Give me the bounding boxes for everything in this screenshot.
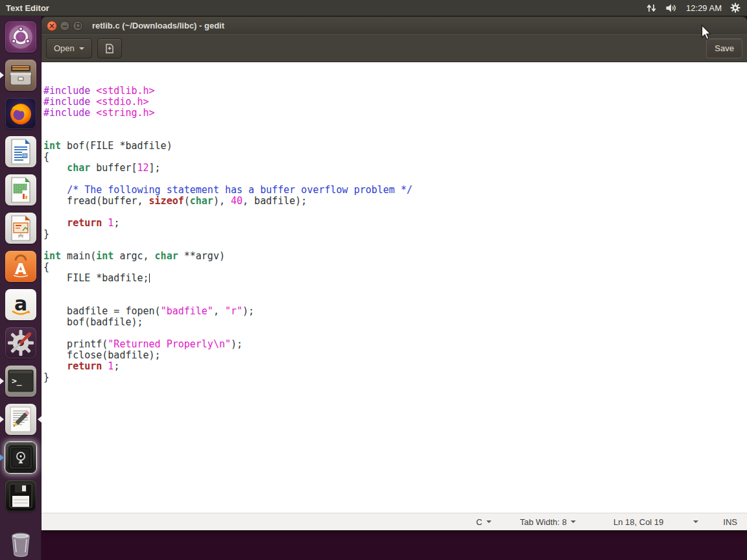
running-indicator-arrow xyxy=(0,454,4,461)
statusbar-dropdown[interactable] xyxy=(693,520,698,523)
open-button-label: Open xyxy=(54,43,75,53)
code-line: { xyxy=(43,262,747,273)
language-selector[interactable]: C xyxy=(476,517,491,527)
maximize-button[interactable] xyxy=(73,21,83,31)
floppy-disk-icon xyxy=(5,480,36,511)
tab-width-label: Tab Width: 8 xyxy=(520,517,567,527)
code-line xyxy=(43,130,747,141)
impress-presentation-icon xyxy=(5,213,36,244)
launcher-item-text-editor[interactable] xyxy=(5,404,36,435)
clock[interactable]: 12:29 AM xyxy=(686,3,722,13)
focused-indicator-arrow xyxy=(38,416,42,423)
launcher-item-system-settings[interactable] xyxy=(5,327,36,358)
svg-text:>_: >_ xyxy=(12,376,22,386)
mouse-cursor xyxy=(701,25,711,40)
launcher-item-trash[interactable] xyxy=(5,528,36,559)
code-line: FILE *badfile; xyxy=(43,273,747,284)
launcher-item-firefox[interactable] xyxy=(5,98,36,129)
chevron-down-icon xyxy=(79,47,84,50)
code-line: } xyxy=(43,372,747,383)
code-line: badfile = fopen("badfile", "r"); xyxy=(43,306,747,317)
code-line: fclose(badfile); xyxy=(43,350,747,361)
launcher-item-ubuntu-software[interactable]: A xyxy=(5,251,36,282)
ubuntu-logo-icon xyxy=(5,21,36,52)
network-arrows-icon[interactable] xyxy=(646,3,657,13)
code-line: return 1; xyxy=(43,361,747,372)
close-button[interactable] xyxy=(47,21,57,31)
code-line: #include <stdlib.h> xyxy=(43,86,747,97)
save-button[interactable]: Save xyxy=(706,38,742,58)
code-line: int main(int argc, char **argv) xyxy=(43,251,747,262)
statusbar: C Tab Width: 8 Ln 18, Col 19 INS xyxy=(42,513,747,530)
running-indicator-arrow xyxy=(0,72,4,78)
session-gear-icon[interactable] xyxy=(730,3,741,13)
code-line: fread(buffer, sizeof(char), 40, badfile)… xyxy=(43,196,747,207)
cursor-position: Ln 18, Col 19 xyxy=(613,517,663,527)
window-title: retlib.c (~/Downloads/libc) - gedit xyxy=(92,21,224,30)
file-cabinet-icon xyxy=(5,60,36,91)
save-button-label: Save xyxy=(715,43,734,53)
code-line xyxy=(43,119,747,130)
insert-mode-label: INS xyxy=(723,517,737,527)
toolbar: Open Save xyxy=(42,34,747,62)
launcher-item-terminal[interactable]: >_ xyxy=(5,366,36,397)
code-line: #include <string.h> xyxy=(43,108,747,119)
launcher-item-dash[interactable] xyxy=(5,21,36,52)
active-app-name: Text Editor xyxy=(6,3,49,13)
calc-spreadsheet-icon xyxy=(5,174,36,205)
svg-text:a: a xyxy=(14,292,27,315)
running-indicator-arrow xyxy=(0,378,4,384)
launcher-item-safe[interactable] xyxy=(5,442,36,473)
code-lines: #include <stdlib.h>#include <stdio.h>#in… xyxy=(43,86,747,383)
launcher-item-libreoffice-calc[interactable] xyxy=(5,174,36,205)
code-line xyxy=(43,295,747,306)
code-line: int bof(FILE *badfile) xyxy=(43,141,747,152)
firefox-icon xyxy=(5,98,36,129)
insert-mode-indicator[interactable]: INS xyxy=(723,517,737,527)
code-line xyxy=(43,207,747,218)
gedit-paper-pencil-icon xyxy=(5,404,36,435)
launcher-item-libreoffice-writer[interactable] xyxy=(5,136,36,167)
launcher-item-floppy[interactable] xyxy=(5,480,36,511)
launcher-item-libreoffice-impress[interactable] xyxy=(5,213,36,244)
code-line: /* The following statement has a buffer … xyxy=(43,185,747,196)
code-line: return 1; xyxy=(43,218,747,229)
code-line: printf("Returned Properly\n"); xyxy=(43,339,747,350)
launcher-item-files[interactable] xyxy=(5,60,36,91)
titlebar[interactable]: retlib.c (~/Downloads/libc) - gedit xyxy=(42,17,747,34)
code-line: bof(badfile); xyxy=(43,317,747,328)
unity-launcher: A a xyxy=(0,16,42,560)
volume-icon[interactable] xyxy=(665,3,678,13)
gedit-window: retlib.c (~/Downloads/libc) - gedit Open… xyxy=(42,17,747,530)
terminal-icon: >_ xyxy=(5,366,36,397)
code-line xyxy=(43,240,747,251)
settings-gear-icon xyxy=(5,327,36,358)
top-panel: Text Editor 12:29 AM xyxy=(0,0,747,16)
amazon-icon: a xyxy=(5,289,36,320)
minimize-button[interactable] xyxy=(60,21,70,31)
code-line: { xyxy=(43,152,747,163)
new-document-button[interactable] xyxy=(97,38,122,58)
language-label: C xyxy=(476,517,482,527)
software-bag-icon: A xyxy=(5,251,36,282)
launcher-item-amazon[interactable]: a xyxy=(5,289,36,320)
code-line xyxy=(43,174,747,185)
code-line xyxy=(43,284,747,295)
chevron-down-icon xyxy=(486,520,492,523)
chevron-down-icon xyxy=(693,520,698,523)
cursor-position-label: Ln 18, Col 19 xyxy=(613,517,663,527)
trash-can-icon xyxy=(5,528,36,559)
running-indicator-arrow xyxy=(0,416,4,423)
text-editor-area[interactable]: #include <stdlib.h>#include <stdio.h>#in… xyxy=(42,62,747,513)
code-line: char buffer[12]; xyxy=(43,163,747,174)
open-button[interactable]: Open xyxy=(46,38,92,58)
new-document-icon xyxy=(104,43,115,54)
tab-width-selector[interactable]: Tab Width: 8 xyxy=(520,517,576,527)
code-line: } xyxy=(43,229,747,240)
svg-text:A: A xyxy=(15,261,27,277)
text-caret xyxy=(149,274,150,283)
safe-vault-icon xyxy=(5,442,36,473)
code-line: #include <stdio.h> xyxy=(43,97,747,108)
writer-document-icon xyxy=(5,136,36,167)
chevron-down-icon xyxy=(571,520,576,523)
